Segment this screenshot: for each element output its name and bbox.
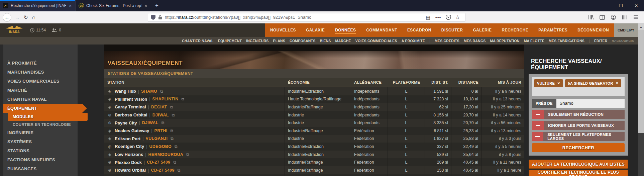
hamburger-menu-icon[interactable] [633, 15, 638, 19]
station-name[interactable]: Howard Orbital [115, 168, 146, 173]
minimize-button[interactable]: — [598, 0, 613, 11]
open-in-new-icon[interactable]: ⧉ [175, 144, 178, 149]
browser-tab[interactable]: C6Check-Six Forums - Post a repl× [76, 0, 151, 11]
submenu-item[interactable]: COMPOSANTS [290, 39, 315, 43]
open-in-new-icon[interactable]: ⧉ [186, 152, 189, 157]
submenu-item[interactable]: ÉQUIPEMENT [218, 39, 242, 43]
browser-tab[interactable]: Recherche d'équipement [INAR× [0, 0, 76, 11]
system-name[interactable]: HERMODUROUA [148, 152, 183, 157]
toolbar-extension-icon[interactable] [622, 15, 627, 20]
back-button[interactable]: ← [3, 13, 11, 22]
station-name[interactable]: Garay Terminal [115, 104, 146, 109]
submenu-item[interactable]: INGÉNIEURS [246, 39, 269, 43]
open-in-new-icon[interactable]: ⧉ [171, 136, 174, 141]
open-in-new-icon[interactable]: ⧉ [162, 120, 165, 125]
system-name[interactable]: VULGANJI [146, 136, 168, 141]
filter-tag[interactable]: 5A SHIELD GENERATOR× [565, 79, 621, 87]
submenu-item[interactable]: ÉDITER [594, 39, 608, 43]
reader-mode-icon[interactable]: ▤ [426, 15, 430, 20]
reload-button[interactable]: ↻ [24, 15, 28, 20]
station-name[interactable]: Barbosa Orbital [115, 112, 147, 117]
page-scrollbar[interactable]: ▲ [638, 23, 644, 176]
remove-tag-icon[interactable]: × [616, 81, 618, 86]
panel-action-button[interactable]: AJOUTER LA TECHNOLOGIQUE AUX LISTES [529, 160, 628, 169]
submenu-item[interactable]: PLANS [273, 39, 286, 43]
page-actions-icon[interactable]: ••• [435, 15, 441, 20]
submenu-item[interactable]: MES RANGS [464, 39, 486, 43]
menu-item-galerie[interactable]: GALERIE [468, 23, 497, 37]
filter-tags-box[interactable]: VULTURE×5A SHIELD GENERATOR× [532, 77, 625, 96]
filter-tag[interactable]: VULTURE× [534, 79, 563, 87]
sidebar-item--quipement[interactable]: ÉQUIPEMENT [3, 104, 87, 113]
column-header[interactable]: DISTANCE [451, 80, 481, 84]
sidebar-item-marchandises[interactable]: MARCHANDISES [3, 68, 78, 77]
search-button[interactable]: RECHERCHER [532, 143, 625, 152]
open-in-new-icon[interactable]: ⧉ [160, 89, 163, 94]
system-name[interactable]: CD-27 5409 [147, 160, 170, 165]
account-icon[interactable] [611, 15, 616, 20]
open-in-new-icon[interactable]: ⧉ [182, 97, 185, 101]
submenu-item[interactable]: MA RÉPUTATION [490, 39, 519, 43]
submenu-item[interactable]: À PROXIMITÉ [402, 39, 425, 43]
tab-close-icon[interactable]: × [144, 3, 148, 8]
table-row[interactable]: ⊕Payne City|DJIWAL⧉IndustrieIndépendants… [104, 119, 524, 127]
submenu-item[interactable]: CHANTIER NAVAL [182, 39, 214, 43]
close-button[interactable]: ✕ [629, 0, 644, 11]
tab-close-icon[interactable]: × [68, 3, 72, 8]
station-name[interactable]: Payne City [115, 120, 137, 125]
toggle-minus-icon[interactable] [532, 132, 543, 141]
sidebar-item-modules[interactable]: MODULES [8, 113, 88, 121]
menu-item-escadron[interactable]: ESCADRON [402, 23, 436, 37]
station-name[interactable]: Roentgen City [115, 144, 144, 149]
station-name[interactable]: Plexico Dock [115, 160, 142, 165]
submenu-item[interactable]: VOIES COMMERCIALES [355, 39, 397, 43]
sidebar-item--proximit-[interactable]: À PROXIMITÉ [3, 59, 78, 68]
system-name[interactable]: DJIWAL [152, 113, 169, 117]
padlock-icon[interactable] [158, 15, 162, 20]
near-system-input[interactable] [556, 99, 625, 108]
url-bar[interactable]: https://inara.cz/outfitting-stations/?pa… [148, 13, 465, 22]
menu-item-déconnexion[interactable]: DÉCONNEXION [572, 23, 614, 37]
table-row[interactable]: ◈Wang Hub|SHAMO⧉Industrie/ExtractionIndé… [104, 87, 524, 95]
station-name[interactable]: Noakes Gateway [115, 128, 149, 133]
sidebar-item-march-[interactable]: MARCHÉ [3, 86, 78, 95]
menu-item-commandant[interactable]: COMMANDANT [361, 23, 402, 37]
sidebar-toggle-icon[interactable] [600, 15, 605, 20]
table-row[interactable]: ⊕Barbosa Orbital|DJIWAL⧉IndustrieIndépen… [104, 111, 524, 119]
sidebar-item-courtier-en-technologie[interactable]: COURTIER EN TECHNOLOGIE [3, 121, 78, 128]
sidebar-item-syst-mes[interactable]: SYSTÈMES [3, 137, 78, 146]
system-name[interactable]: DJIWAL [142, 120, 158, 125]
home-button[interactable]: ⌂ [32, 14, 35, 20]
menu-item-nouvelles[interactable]: NOUVELLES [265, 23, 301, 37]
commander-badge[interactable]: CMD LIPY [614, 23, 638, 37]
sidebar-item-chantier-naval[interactable]: CHANTIER NAVAL [3, 95, 78, 104]
table-row[interactable]: ◈Noakes Gateway|PRTHI⧉Industrie/Raffinag… [104, 127, 524, 135]
menu-item-paramètres[interactable]: PARAMÈTRES [533, 23, 572, 37]
system-name[interactable]: SHAMO [141, 89, 157, 94]
filter-toggle[interactable]: SEULEMENT LES PLATEFORMES LARGES [532, 132, 625, 141]
table-row[interactable]: ◈Garay Terminal|DECIAT⧉Industrie/Raffina… [104, 103, 524, 111]
station-name[interactable]: Wang Hub [115, 89, 136, 94]
toggle-minus-icon[interactable] [532, 121, 544, 130]
scrollbar-thumb[interactable] [638, 30, 644, 133]
sidebar-item-factions-mineures[interactable]: FACTIONS MINEURES [3, 155, 78, 164]
column-header[interactable]: DIST. ST. [425, 80, 451, 84]
station-name[interactable]: Low Horizons [115, 152, 143, 157]
submenu-item[interactable]: BIENS [320, 39, 331, 43]
menu-item-discuter[interactable]: DISCUTER [436, 23, 468, 37]
inara-logo[interactable]: INARA [5, 25, 24, 35]
sidebar-item-voies-commerciales[interactable]: VOIES COMMERCIALES [3, 77, 78, 86]
system-name[interactable]: SHAPLINTIN [152, 97, 179, 101]
system-name[interactable]: DECIAT [151, 105, 167, 109]
menu-item-recherche[interactable]: RECHERCHE [497, 23, 534, 37]
open-in-new-icon[interactable]: ⧉ [174, 160, 177, 165]
filter-toggle[interactable]: SEULEMENT EN RÉDUCTION [532, 110, 625, 119]
remove-tag-icon[interactable]: × [557, 81, 560, 86]
filter-toggle[interactable]: IGNORER LES PORTE-VAISSEAUX [532, 121, 625, 130]
submenu-item[interactable]: MA FLOTTE [524, 39, 544, 43]
table-row[interactable]: ◈Erikson Port|VULGANJI⧉IndustrieFédérati… [104, 135, 524, 143]
sidebar-item-stations[interactable]: STATIONS [3, 146, 78, 155]
menu-item-galaxie[interactable]: GALAXIE [301, 23, 330, 37]
table-row[interactable]: ◈ [104, 174, 524, 176]
table-row[interactable]: ⊕Howard Orbital|CD-27 5409⧉Industrie/Raf… [104, 166, 524, 174]
